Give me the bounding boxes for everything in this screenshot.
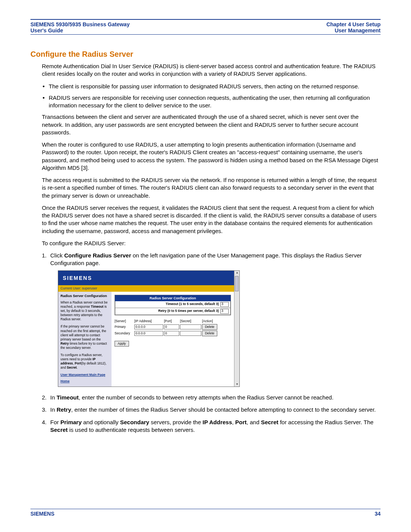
delete-button[interactable]: Delete <box>202 324 217 330</box>
step-item: For Primary and optionally Secondary ser… <box>42 419 381 434</box>
page-header: SIEMENS 5930/5935 Business Gateway User'… <box>30 20 381 34</box>
current-user-bar: Current User: superuser <box>58 285 234 291</box>
sidebar-link-home[interactable]: Home <box>61 379 109 383</box>
table-row: Primary 0.0.0.0 0 Delete <box>115 324 231 330</box>
sidebar: Radius Server Configuration When a Radiu… <box>58 292 112 387</box>
step-item: Click Configure Radius Server on the lef… <box>42 252 381 387</box>
body-paragraph: The access request is submitted to the R… <box>42 176 381 200</box>
body-paragraph: Transactions between the client and serv… <box>42 113 381 136</box>
port-input[interactable]: 0 <box>164 331 179 336</box>
bullet-item: RADIUS servers are responsible for recei… <box>42 94 381 110</box>
secret-input[interactable] <box>180 324 201 329</box>
footer-brand: SIEMENS <box>30 511 54 517</box>
retry-label: Retry (0 to 5 times per server, default … <box>117 309 219 313</box>
header-product: SIEMENS 5930/5935 Business Gateway <box>30 21 130 27</box>
col-server: [Server] <box>115 319 134 323</box>
table-row: Secondary 0.0.0.0 0 Delete <box>115 331 231 336</box>
apply-button[interactable]: Apply <box>115 341 129 347</box>
secret-input[interactable] <box>180 331 201 336</box>
footer-page-number: 34 <box>374 511 381 517</box>
col-ip: [IP Address] <box>134 319 163 323</box>
ip-input[interactable]: 0.0.0.0 <box>134 331 163 336</box>
intro-paragraph: Remote Authentication Dial In User Servi… <box>42 62 381 78</box>
step-item: In Retry, enter the number of times the … <box>42 406 381 414</box>
body-paragraph: To configure the RADIUS Server: <box>42 240 381 247</box>
retry-input[interactable]: 3 <box>220 309 229 314</box>
scroll-down-icon[interactable]: ▾ <box>235 382 239 387</box>
ip-input[interactable]: 0.0.0.0 <box>134 324 163 329</box>
scrollbar[interactable]: ▴ ▾ <box>234 271 239 387</box>
col-action: [Action] <box>202 319 217 323</box>
col-secret: [Secret] <box>180 319 201 323</box>
timeout-label: Timeout (1 to 5 seconds, default 3) <box>117 302 219 306</box>
sidebar-link-main[interactable]: User Management Main Page <box>61 373 109 377</box>
embedded-screenshot: SIEMENS Current User: superuser Radius S… <box>58 270 240 387</box>
step-item: In Timeout, enter the number of seconds … <box>42 394 381 401</box>
server-table: [Server] [IP Address] [Port] [Secret] [A… <box>115 319 231 336</box>
page-footer: SIEMENS 34 <box>30 509 381 517</box>
timeout-input[interactable]: 3 <box>220 302 229 307</box>
header-guide: User's Guide <box>30 27 130 34</box>
brand-banner: SIEMENS <box>58 271 234 286</box>
port-input[interactable]: 0 <box>164 324 179 329</box>
sidebar-title: Radius Server Configuration <box>61 294 109 299</box>
server-name: Primary <box>115 325 134 329</box>
header-section: User Management <box>327 27 381 34</box>
header-chapter: Chapter 4 User Setup <box>327 21 381 27</box>
scroll-thumb[interactable] <box>235 276 239 291</box>
config-panel-title: Radius Server Configuration <box>115 295 231 301</box>
col-port: [Port] <box>164 319 179 323</box>
section-title: Configure the Radius Server <box>30 50 381 59</box>
server-name: Secondary <box>115 331 134 335</box>
bullet-item: The client is responsible for passing us… <box>42 83 381 90</box>
body-paragraph: Once the RADIUS server receives the requ… <box>42 204 381 235</box>
delete-button[interactable]: Delete <box>202 331 217 336</box>
scroll-up-icon[interactable]: ▴ <box>235 271 239 275</box>
body-paragraph: When the router is configured to use RAD… <box>42 141 381 172</box>
